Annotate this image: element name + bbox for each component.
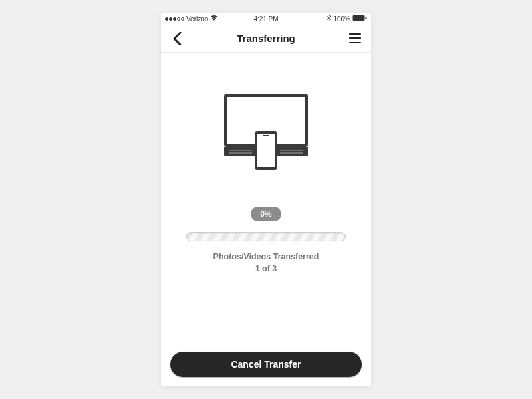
- phone-icon: [255, 131, 277, 170]
- transfer-status-label: Photos/Videos Transferred: [213, 252, 319, 261]
- transfer-count-label: 1 of 3: [255, 264, 277, 273]
- progress-bar: [186, 232, 346, 241]
- status-bar: Verizon 4:21 PM 100%: [161, 13, 371, 25]
- statusbar-right: 100%: [327, 15, 367, 23]
- hamburger-icon: [349, 33, 361, 44]
- chevron-left-icon: [173, 32, 182, 45]
- nav-bar: Transferring: [161, 25, 371, 53]
- content-area: 0% Photos/Videos Transferred 1 of 3: [161, 53, 371, 386]
- carrier-label: Verizon: [186, 15, 208, 23]
- transfer-illustration: [219, 94, 313, 180]
- progress-percent-badge: 0%: [251, 207, 281, 221]
- menu-button[interactable]: [347, 31, 363, 47]
- cellular-signal-icon: [165, 17, 184, 21]
- wifi-icon: [210, 15, 218, 23]
- phone-frame: Verizon 4:21 PM 100% Transferring: [161, 13, 371, 386]
- cancel-transfer-button[interactable]: Cancel Transfer: [170, 352, 362, 377]
- bluetooth-icon: [327, 15, 331, 23]
- page-title: Transferring: [161, 33, 371, 44]
- back-button[interactable]: [169, 31, 185, 47]
- svg-rect-0: [353, 15, 365, 21]
- battery-percent: 100%: [333, 15, 350, 23]
- statusbar-left: Verizon: [165, 15, 218, 23]
- svg-rect-1: [366, 17, 367, 19]
- battery-icon: [352, 15, 367, 23]
